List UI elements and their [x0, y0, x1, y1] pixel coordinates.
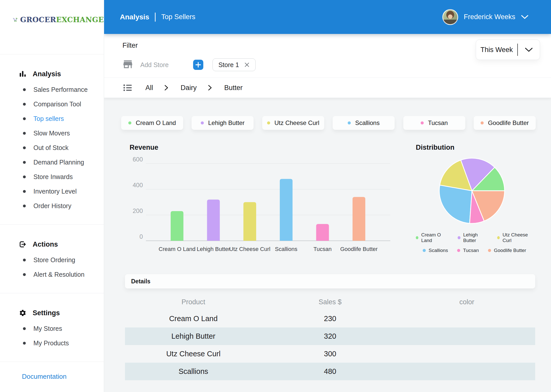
top-header: Analysis Top Sellers Frederick Weeks — [104, 0, 551, 34]
filter-panel: Filter Add Store Store 1 — [104, 34, 551, 98]
pie-legend-item-cream-o-land: Cream O Land — [416, 232, 448, 243]
legend-color-dot — [458, 236, 460, 239]
svg-text:0: 0 — [140, 233, 143, 240]
documentation-link[interactable]: Documentation — [22, 373, 67, 380]
sidebar-item-inventory-level[interactable]: Inventory Level — [0, 184, 104, 199]
store-icon — [122, 59, 134, 70]
pie-legend-item-lehigh-butter: Lehigh Butter — [458, 232, 488, 243]
brand-grocer: GROCER — [20, 16, 56, 24]
revenue-chart-title: Revenue — [130, 144, 395, 151]
brand-exchange: EXCHANGE — [56, 16, 104, 24]
series-color-dot — [481, 121, 484, 124]
legend-chip-goodlife-butter[interactable]: Goodlife Butter — [474, 116, 536, 130]
cell-product: Utz Cheese Curl — [125, 350, 262, 358]
bullet-icon — [23, 161, 26, 164]
period-dropdown[interactable]: This Week — [476, 40, 540, 60]
add-store-button[interactable] — [193, 60, 203, 70]
breadcrumb-item-butter[interactable]: Butter — [224, 84, 243, 92]
bar-scallions — [280, 179, 293, 241]
pie-legend-item-utz-cheese-curl: Utz Cheese Curl — [497, 232, 533, 243]
app-logo[interactable]: GROCEREXCHANGE — [0, 0, 104, 54]
legend-chip-tucsan[interactable]: Tucsan — [403, 116, 465, 130]
legend-color-dot — [497, 236, 500, 239]
bullet-icon — [23, 88, 26, 91]
series-color-dot — [348, 121, 351, 124]
svg-text:600: 600 — [133, 156, 143, 163]
bar-utz-cheese-curl — [243, 202, 256, 241]
legend-chip-utz-cheese-curl[interactable]: Utz Cheese Curl — [262, 116, 324, 130]
category-list-icon[interactable] — [122, 83, 133, 92]
sidebar-item-my-stores[interactable]: My Stores — [0, 321, 104, 336]
column-header-color: color — [398, 298, 535, 306]
sidebar-item-slow-movers[interactable]: Slow Movers — [0, 126, 104, 141]
pie-slice-scallions — [439, 185, 472, 223]
bullet-icon — [23, 146, 26, 149]
pie-legend-item-tucsan: Tucsan — [457, 248, 479, 253]
close-icon[interactable] — [244, 62, 250, 68]
plus-icon — [195, 62, 201, 68]
svg-text:200: 200 — [133, 207, 143, 214]
nav-section-actions: ActionsStore OrderingAlert & Resolution — [0, 225, 104, 293]
store-filter-chip[interactable]: Store 1 — [212, 58, 256, 71]
bar-tucsan — [316, 224, 329, 241]
store-chip-label: Store 1 — [218, 61, 239, 69]
cell-product: Scallions — [125, 367, 262, 376]
pie-legend-item-goodlife-butter: Goodlife Butter — [488, 248, 526, 253]
table-row-lehigh-butter: Lehigh Butter320 — [125, 327, 535, 345]
svg-text:400: 400 — [133, 182, 143, 188]
sidebar-item-order-history[interactable]: Order History — [0, 199, 104, 213]
sidebar-item-store-ordering[interactable]: Store Ordering — [0, 253, 104, 267]
bar-cream-o-land — [171, 211, 183, 241]
pie-legend-row: ScallionsTucsanGoodlife Butter — [423, 248, 526, 253]
legend-chip-cream-o-land[interactable]: Cream O Land — [121, 116, 183, 130]
bullet-icon — [23, 132, 26, 135]
sidebar-item-out-of-stock[interactable]: Out of Stock — [0, 141, 104, 155]
bullet-icon — [23, 103, 26, 106]
period-value: This Week — [476, 46, 517, 54]
svg-text:Cream O Land: Cream O Land — [159, 246, 195, 252]
cell-product: Cream O Land — [125, 314, 262, 323]
series-color-dot — [267, 121, 270, 124]
cell-sales: 480 — [262, 367, 398, 376]
details-card-header: Details — [125, 274, 535, 288]
brand-text: GROCEREXCHANGE — [20, 16, 104, 24]
bullet-icon — [23, 205, 26, 207]
table-row-utz-cheese-curl: Utz Cheese Curl300 — [125, 345, 535, 363]
column-header-sales: Sales $ — [262, 298, 398, 306]
bar-goodlife-butter — [353, 197, 365, 241]
svg-text:Goodlife Butter: Goodlife Butter — [340, 246, 378, 252]
distribution-chart: Distribution Cream O LandLehigh ButterUt… — [416, 144, 538, 253]
chevron-down-icon — [524, 47, 533, 52]
section-header-analysis: Analysis — [0, 66, 104, 82]
legend-chip-lehigh-butter[interactable]: Lehigh Butter — [192, 116, 254, 130]
series-color-dot — [201, 121, 204, 124]
sidebar-item-top-sellers[interactable]: Top sellers — [0, 111, 104, 126]
pie-legend-item-scallions: Scallions — [423, 248, 448, 253]
cell-sales: 230 — [262, 314, 398, 323]
cell-sales: 320 — [262, 332, 398, 340]
sidebar-item-alert-resolution[interactable]: Alert & Resolution — [0, 267, 104, 282]
bar-chart-icon — [19, 70, 27, 78]
sidebar-item-sales-performance[interactable]: Sales Performance — [0, 82, 104, 97]
exit-icon — [19, 241, 27, 248]
bullet-icon — [23, 175, 26, 178]
legend-chip-scallions[interactable]: Scallions — [333, 116, 395, 130]
legend-color-dot — [457, 249, 460, 252]
chevron-right-icon — [164, 85, 168, 91]
breadcrumb-item-dairy[interactable]: Dairy — [181, 84, 197, 92]
distribution-pie-chart — [437, 156, 507, 225]
breadcrumb: All Dairy Butter — [104, 78, 551, 98]
table-header-row: ProductSales $color — [125, 294, 535, 310]
sidebar-item-store-inwards[interactable]: Store Inwards — [0, 170, 104, 184]
pie-legend-row: Cream O LandLehigh ButterUtz Cheese Curl — [416, 232, 533, 243]
series-color-dot — [128, 121, 131, 124]
user-menu[interactable]: Frederick Weeks — [442, 9, 529, 25]
svg-text:Tucsan: Tucsan — [314, 246, 332, 252]
section-header-settings: Settings — [0, 305, 104, 321]
sidebar-item-demand-planning[interactable]: Demand Planning — [0, 155, 104, 170]
sidebar-item-comparison-tool[interactable]: Comparison Tool — [0, 97, 104, 111]
page-subtitle: Top Sellers — [161, 13, 195, 21]
breadcrumb-item-all[interactable]: All — [145, 84, 153, 92]
gear-icon — [19, 309, 27, 317]
sidebar-item-my-products[interactable]: My Products — [0, 336, 104, 350]
